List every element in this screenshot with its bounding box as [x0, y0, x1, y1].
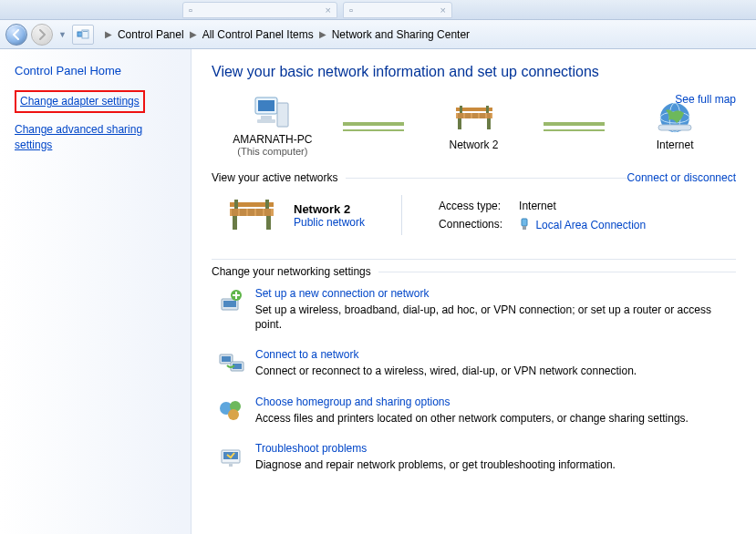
svg-rect-28 [256, 209, 263, 216]
forward-button [31, 24, 53, 46]
section-active-networks: View your active networks Connect or dis… [212, 171, 736, 184]
close-icon[interactable]: × [326, 5, 331, 15]
chevron-right-icon[interactable]: ▶ [188, 29, 199, 39]
browser-tab-1[interactable]: ▫ × [182, 2, 337, 18]
change-advanced-sharing-link[interactable]: Change advanced sharing settings [15, 122, 161, 153]
svg-rect-7 [257, 119, 275, 123]
svg-rect-2 [83, 31, 88, 32]
svg-rect-50 [229, 464, 233, 467]
section-label: View your active networks [212, 171, 338, 184]
network-type-link[interactable]: Public network [294, 216, 365, 229]
bench-icon [226, 195, 277, 235]
svg-rect-37 [223, 301, 236, 307]
recent-dropdown-icon[interactable]: ▼ [57, 30, 68, 39]
bench-icon [452, 98, 496, 137]
svg-rect-11 [465, 113, 471, 118]
svg-rect-29 [264, 209, 271, 216]
setting-link[interactable]: Troubleshoot problems [255, 442, 367, 455]
svg-rect-25 [232, 209, 238, 216]
svg-rect-34 [522, 219, 527, 226]
map-node-label: Network 2 [449, 139, 498, 151]
setting-homegroup[interactable]: Choose homegroup and sharing options Acc… [217, 395, 736, 426]
control-panel-home-link[interactable]: Control Panel Home [15, 64, 181, 77]
sidebar: Control Panel Home Change adapter settin… [0, 49, 192, 534]
network-name: Network 2 [294, 202, 365, 216]
svg-rect-4 [258, 100, 274, 111]
svg-rect-15 [458, 118, 461, 129]
divider [401, 195, 402, 235]
map-node-internet[interactable]: Internet [614, 98, 736, 151]
svg-rect-5 [277, 103, 288, 127]
map-node-sublabel: (This computer) [237, 146, 307, 157]
chevron-right-icon[interactable]: ▶ [317, 29, 328, 39]
network-details: Access type: Internet Connections: Local… [439, 195, 646, 235]
page-icon: ▫ [189, 5, 192, 15]
setting-desc: Set up a wireless, broadband, dial-up, a… [255, 303, 736, 332]
setting-connect-network[interactable]: Connect to a network Connect or reconnec… [217, 348, 736, 378]
svg-rect-18 [486, 106, 489, 113]
svg-rect-26 [240, 209, 246, 216]
active-network-block: Network 2 Public network Access type: In… [212, 184, 736, 250]
settings-list: Set up a new connection or network Set u… [212, 278, 736, 472]
page-icon: ▫ [349, 5, 353, 15]
highlight-annotation: Change adapter settings [15, 90, 145, 113]
navbar: ▼ ▶ Control Panel ▶ All Control Panel It… [0, 20, 756, 49]
new-connection-icon [217, 287, 246, 316]
divider [378, 272, 736, 272]
section-label: Change your networking settings [212, 265, 371, 278]
map-connector-icon [343, 124, 404, 126]
up-level-button[interactable] [72, 25, 94, 45]
breadcrumb-all-items[interactable]: All Control Panel Items [202, 28, 314, 41]
divider [346, 178, 627, 179]
globe-icon [653, 98, 697, 137]
setting-desc: Connect or reconnect to a wireless, wire… [255, 364, 637, 378]
setting-new-connection[interactable]: Set up a new connection or network Set u… [217, 287, 736, 332]
setting-troubleshoot[interactable]: Troubleshoot problems Diagnose and repai… [217, 442, 736, 472]
divider [212, 259, 736, 260]
back-button[interactable] [5, 24, 27, 46]
svg-rect-10 [458, 113, 463, 118]
svg-rect-42 [222, 356, 231, 362]
svg-rect-12 [472, 113, 478, 118]
svg-rect-6 [261, 116, 272, 119]
map-node-network[interactable]: Network 2 [413, 98, 535, 151]
svg-rect-32 [234, 200, 238, 209]
troubleshoot-icon [217, 442, 246, 471]
connections-label: Connections: [439, 218, 519, 231]
map-node-computer[interactable]: AMARNATH-PC (This computer) [212, 93, 334, 157]
breadcrumb-network-sharing[interactable]: Network and Sharing Center [332, 28, 470, 41]
homegroup-icon [217, 395, 246, 425]
setting-link[interactable]: Choose homegroup and sharing options [255, 395, 450, 408]
svg-rect-17 [460, 106, 462, 113]
svg-point-47 [228, 409, 239, 420]
computer-icon [251, 93, 295, 131]
chevron-right-icon[interactable]: ▶ [103, 29, 114, 39]
map-node-label: Internet [657, 139, 694, 151]
nic-icon [519, 218, 530, 231]
change-adapter-settings-link[interactable]: Change adapter settings [20, 94, 140, 109]
close-icon[interactable]: × [440, 5, 446, 15]
network-name-block: Network 2 Public network [294, 195, 365, 235]
breadcrumb: ▶ Control Panel ▶ All Control Panel Item… [98, 28, 470, 41]
breadcrumb-control-panel[interactable]: Control Panel [118, 28, 184, 41]
page-title: View your basic network information and … [212, 64, 736, 80]
setting-link[interactable]: Set up a new connection or network [255, 287, 430, 300]
connect-disconnect-link[interactable]: Connect or disconnect [627, 171, 736, 184]
svg-rect-27 [248, 209, 254, 216]
connection-link[interactable]: Local Area Connection [535, 219, 646, 231]
setting-desc: Diagnose and repair network problems, or… [255, 457, 616, 472]
svg-rect-13 [480, 113, 485, 118]
setting-desc: Access files and printers located on oth… [255, 411, 689, 426]
setting-link[interactable]: Connect to a network [255, 348, 358, 361]
map-connector-icon [544, 124, 605, 126]
section-change-settings: Change your networking settings [212, 265, 736, 278]
browser-tab-strip: ▫ × ▫ × [0, 0, 756, 20]
svg-rect-0 [78, 32, 82, 36]
svg-rect-16 [487, 118, 491, 129]
browser-tab-2[interactable]: ▫ × [343, 2, 452, 18]
svg-rect-33 [265, 200, 269, 209]
access-type-value: Internet [519, 200, 646, 212]
svg-rect-30 [233, 216, 237, 230]
access-type-label: Access type: [439, 200, 519, 212]
content-area: View your basic network information and … [192, 49, 756, 534]
